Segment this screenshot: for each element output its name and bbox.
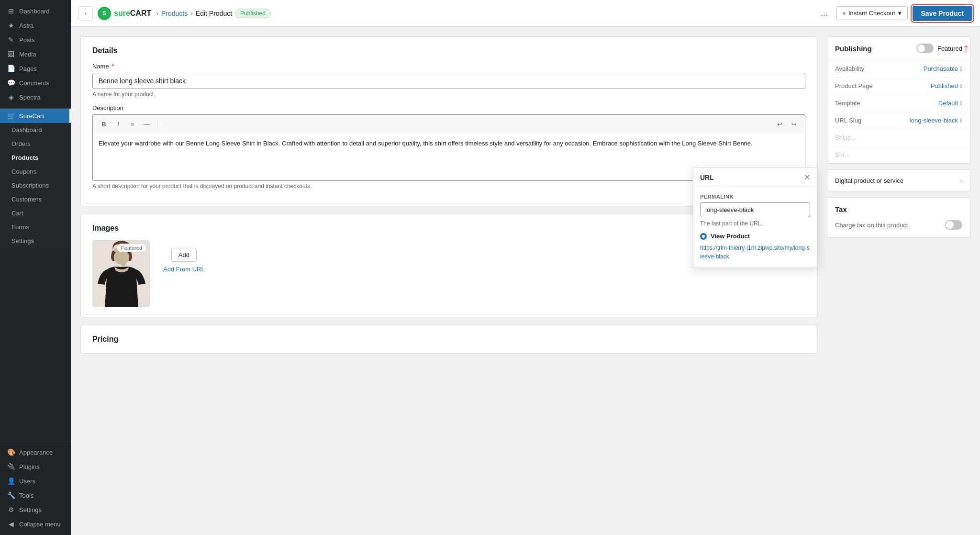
redo-button[interactable]: ↪ [788, 118, 800, 130]
sidebar-submenu-item-customers[interactable]: Customers [0, 192, 71, 206]
chevron-right-icon: › [960, 177, 962, 184]
permalink-label: PERMALINK [700, 194, 810, 200]
breadcrumb: › Products › Edit Product Published [156, 9, 271, 18]
publishing-panel: Publishing Featured Availability Purchas… [827, 36, 970, 164]
sidebar-submenu-item-settings[interactable]: Settings [0, 234, 71, 248]
availability-row: Availability Purchasable ℹ [827, 60, 970, 78]
more-options-button[interactable]: ... [817, 6, 832, 20]
tax-toggle[interactable] [945, 220, 962, 230]
breadcrumb-edit: Edit Product [196, 10, 232, 17]
permalink-input[interactable] [700, 202, 810, 217]
italic-button[interactable]: I [112, 118, 124, 130]
save-product-button[interactable]: Save Product [913, 6, 972, 21]
featured-toggle[interactable] [916, 44, 934, 53]
chevron-down-icon: ▾ [898, 10, 902, 17]
featured-badge: Featured [117, 244, 146, 252]
shipping-row-2: Shi... [827, 146, 970, 163]
name-label: Name * [92, 63, 805, 70]
url-slug-value[interactable]: long-sleeve-black ℹ [910, 117, 962, 124]
plugins-icon: 🔌 [7, 463, 15, 470]
instant-checkout-button[interactable]: Instant Checkout ▾ [836, 6, 908, 20]
breadcrumb-sep1: › [156, 10, 158, 17]
sidebar-item-plugins[interactable]: 🔌 Plugins [0, 459, 71, 474]
astra-icon: ★ [7, 22, 15, 29]
content-area: Details Name * A name for your product. … [71, 27, 980, 535]
sidebar-item-collapse[interactable]: ◀ Collapse menu [0, 517, 71, 531]
tax-panel: Tax Charge tax on this product [827, 197, 970, 238]
add-from-url-link[interactable]: Add From URL [163, 266, 205, 273]
name-group: Name * A name for your product. [92, 63, 805, 98]
sidebar-item-pages[interactable]: 📄 Pages [0, 61, 71, 76]
logo-text: sureCART [114, 9, 151, 18]
product-page-info-icon: ℹ [960, 83, 962, 89]
featured-toggle-group: Featured [916, 44, 962, 53]
digital-product-label: Digital product or service [835, 177, 903, 184]
sidebar-item-users[interactable]: 👤 Users [0, 474, 71, 488]
url-slug-row: URL Slug long-sleeve-black ℹ [827, 112, 970, 129]
left-column: Details Name * A name for your product. … [80, 36, 817, 525]
sidebar-bottom: 🎨 Appearance 🔌 Plugins 👤 Users 🔧 Tools ⚙… [0, 441, 71, 535]
product-page-row: Product Page Published ℹ [827, 78, 970, 95]
view-product-title: View Product [700, 233, 810, 240]
breadcrumb-products[interactable]: Products [161, 10, 188, 17]
list-button[interactable]: ≡ [126, 118, 139, 130]
product-url-link[interactable]: https://trim-thierry-j1rh.zipwp.site/my/… [700, 244, 810, 261]
sidebar-item-media[interactable]: 🖼 Media [0, 47, 71, 61]
url-popup-close-button[interactable]: ✕ [804, 173, 810, 182]
appearance-icon: 🎨 [7, 448, 15, 456]
sidebar-item-tools[interactable]: 🔧 Tools [0, 488, 71, 502]
url-popup: URL ✕ PERMALINK The last part of the URL… [693, 167, 817, 268]
template-label: Template [835, 100, 860, 107]
sidebar-item-appearance[interactable]: 🎨 Appearance [0, 445, 71, 459]
digital-product-row[interactable]: Digital product or service › [827, 170, 970, 191]
url-slug-label: URL Slug [835, 117, 861, 124]
sidebar-submenu-item-dashboard[interactable]: Dashboard [0, 123, 71, 137]
sidebar-submenu-item-cart[interactable]: Cart [0, 206, 71, 220]
sidebar-item-comments[interactable]: 💬 Comments [0, 76, 71, 90]
sidebar-item-astra[interactable]: ★ Astra [0, 18, 71, 33]
sidebar-submenu-item-orders[interactable]: Orders [0, 137, 71, 151]
availability-label: Availability [835, 65, 864, 72]
publishing-title: Publishing [835, 45, 872, 53]
hr-button[interactable]: — [141, 118, 153, 130]
name-input[interactable] [92, 73, 805, 89]
template-info-icon: ℹ [960, 100, 962, 107]
sidebar-submenu: Dashboard Orders Products Coupons Subscr… [0, 123, 71, 248]
radio-button-selected [700, 233, 707, 240]
sidebar-submenu-item-subscriptions[interactable]: Subscriptions [0, 178, 71, 192]
template-value[interactable]: Default ℹ [938, 100, 962, 107]
editor-toolbar: B I ≡ — ↩ ↪ [92, 114, 805, 133]
sidebar-item-spectra[interactable]: ◈ Spectra [0, 90, 71, 104]
details-title: Details [92, 46, 805, 55]
comments-icon: 💬 [7, 79, 15, 87]
topbar: ‹ S sureCART › Products › Edit Product P… [71, 0, 980, 27]
sidebar-submenu-item-products[interactable]: Products [0, 151, 71, 165]
template-row: Template Default ℹ [827, 95, 970, 112]
url-popup-body: PERMALINK The last part of the URL. View… [693, 187, 817, 268]
sidebar-submenu-item-coupons[interactable]: Coupons [0, 165, 71, 178]
sidebar-item-dashboard-top[interactable]: ⊞ Dashboard [0, 4, 71, 18]
back-button[interactable]: ‹ [78, 6, 93, 21]
status-badge: Published [235, 9, 271, 18]
pricing-title: Pricing [92, 335, 805, 344]
undo-button[interactable]: ↩ [773, 118, 786, 130]
availability-value[interactable]: Purchasable ℹ [924, 65, 962, 72]
bold-button[interactable]: B [98, 118, 110, 130]
product-page-value[interactable]: Published ℹ [931, 82, 962, 89]
image-add-area: Add Add From URL [156, 240, 212, 280]
url-slug-info-icon: ℹ [960, 117, 962, 124]
sidebar-item-settings-main[interactable]: ⚙ Settings [0, 502, 71, 517]
settings-icon: ⚙ [7, 506, 15, 513]
sidebar-item-surecart[interactable]: 🛒 SureCart [0, 109, 71, 123]
product-image-thumb[interactable]: Featured [92, 240, 150, 307]
permalink-hint: The last part of the URL. [700, 220, 810, 227]
spectra-icon: ◈ [7, 93, 15, 101]
sidebar-submenu-item-forms[interactable]: Forms [0, 220, 71, 234]
main-wrapper: ‹ S sureCART › Products › Edit Product P… [71, 0, 980, 535]
tools-icon: 🔧 [7, 491, 15, 499]
sidebar-item-posts[interactable]: ✎ Posts [0, 33, 71, 47]
logo-circle: S [98, 7, 111, 20]
add-image-button[interactable]: Add [171, 248, 197, 262]
tax-charge-row: Charge tax on this product [835, 220, 962, 230]
posts-icon: ✎ [7, 36, 15, 44]
